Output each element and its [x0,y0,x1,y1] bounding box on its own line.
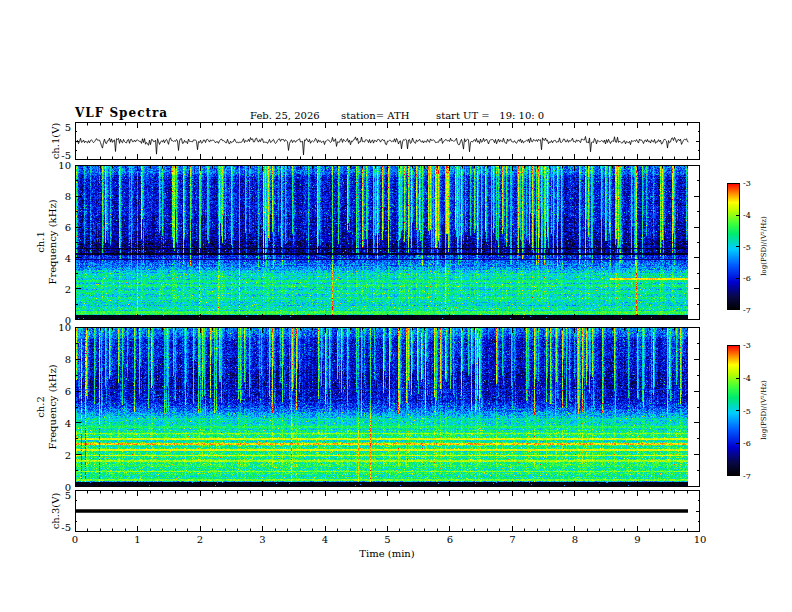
ch3-waveform-ylabel: ch.3(V) [50,493,62,530]
plot-title: VLF Spectra [75,106,168,120]
ch1-waveform-canvas [75,122,700,160]
colorbar-tick-label: -4 [743,210,751,219]
y-tick-label: 4 [65,253,71,264]
colorbar1-unit-label: log(PSD)/(V²/Hz) [760,216,768,275]
y-tick-label: 2 [65,450,71,461]
y-tick-label: 5 [65,122,71,133]
y-tick-label: -5 [61,522,71,533]
x-tick-label: 4 [322,534,328,545]
y-tick-label: 6 [65,222,71,233]
ch1-spectrogram-canvas [75,165,700,320]
x-tick-label: 2 [197,534,203,545]
x-tick-label: 5 [384,534,390,545]
y-tick-label: 2 [65,284,71,295]
ch1-spectrogram-ylabel: ch.1 Frequency (kHz) [35,199,59,284]
ch2-spectrogram-canvas [75,327,700,487]
station-label: station= ATH [341,110,409,121]
x-tick-label: 7 [509,534,515,545]
colorbar2-unit-label: log(PSD)/(V²/Hz) [760,380,768,439]
colorbar-tick-label: -3 [743,179,751,188]
colorbar-tick-label: -5 [743,406,751,415]
y-tick-label: 10 [58,160,71,171]
y-tick-label: 10 [58,322,71,333]
colorbar-tick-label: -4 [743,373,751,382]
colorbar-tick-label: -3 [743,341,751,350]
ch3-waveform-canvas [75,490,700,532]
ch2-spectrogram-ylabel: ch.2 Frequency (kHz) [35,364,59,449]
x-tick-label: 0 [72,534,78,545]
start-ut-label: start UT = 19: 10: 0 [436,110,544,121]
y-tick-label: 8 [65,191,71,202]
y-tick-label: 4 [65,418,71,429]
x-tick-label: 9 [634,534,640,545]
x-tick-label: 10 [694,534,707,545]
colorbar-tick-label: -6 [743,274,751,283]
colorbar2-canvas [727,345,740,476]
time-axis-label: Time (min) [359,548,414,559]
colorbar-tick-label: -7 [743,306,751,315]
plot-date: Feb. 25, 2026 [250,110,320,121]
colorbar-tick-label: -5 [743,242,751,251]
y-tick-label: 6 [65,386,71,397]
x-tick-label: 1 [134,534,140,545]
colorbar-tick-label: -7 [743,472,751,481]
x-tick-label: 6 [447,534,453,545]
colorbar1-canvas [727,183,740,310]
ch1-waveform-ylabel: ch.1(V) [50,123,62,160]
vlf-spectra-figure: VLF Spectra Feb. 25, 2026 station= ATH s… [0,0,792,612]
x-tick-label: 8 [572,534,578,545]
colorbar-tick-label: -6 [743,439,751,448]
y-tick-label: 8 [65,354,71,365]
x-tick-label: 3 [259,534,265,545]
y-tick-label: 5 [65,490,71,501]
